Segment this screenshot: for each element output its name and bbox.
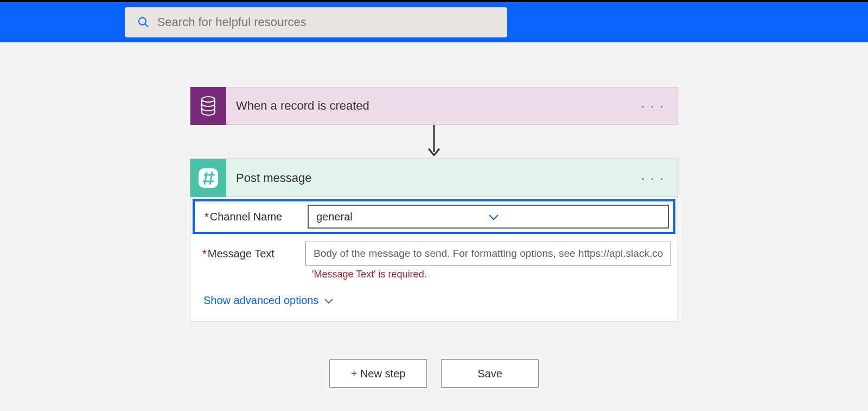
- flow-canvas: When a record is created · · ·: [0, 42, 868, 388]
- channel-name-label: *Channel Name: [199, 211, 308, 223]
- message-text-label: *Message Text: [197, 248, 305, 260]
- validation-message: 'Message Text' is required.: [312, 269, 427, 280]
- action-menu-button[interactable]: · · ·: [641, 170, 678, 186]
- database-icon: [190, 87, 226, 125]
- message-text-row: *Message Text: [190, 239, 678, 268]
- svg-rect-4: [199, 168, 218, 188]
- svg-point-0: [139, 17, 146, 24]
- channel-name-value: general: [316, 211, 488, 223]
- search-box[interactable]: [125, 7, 507, 37]
- channel-name-select[interactable]: general: [308, 205, 669, 229]
- search-input[interactable]: [157, 15, 495, 29]
- action-header[interactable]: Post message · · ·: [190, 159, 678, 197]
- message-text-input-wrap[interactable]: [305, 242, 671, 265]
- connector-arrow: [190, 125, 678, 159]
- svg-point-2: [202, 97, 215, 102]
- chevron-down-icon: [488, 211, 660, 223]
- show-advanced-options-link[interactable]: Show advanced options: [203, 294, 334, 307]
- trigger-menu-button[interactable]: · · ·: [641, 98, 678, 113]
- trigger-card[interactable]: When a record is created · · ·: [190, 87, 678, 125]
- top-bar: [0, 0, 868, 42]
- trigger-title: When a record is created: [226, 99, 641, 113]
- message-text-input[interactable]: [314, 248, 663, 260]
- search-icon: [137, 16, 150, 29]
- save-button[interactable]: Save: [441, 359, 539, 388]
- chevron-down-icon: [324, 294, 334, 307]
- validation-row: 'Message Text' is required.: [190, 269, 678, 280]
- new-step-button[interactable]: + New step: [329, 359, 427, 388]
- action-title: Post message: [226, 171, 641, 185]
- svg-line-1: [145, 24, 148, 27]
- channel-name-row: *Channel Name general: [193, 199, 675, 234]
- action-card: Post message · · · *Channel Name general: [190, 159, 678, 321]
- hash-icon: [190, 159, 226, 197]
